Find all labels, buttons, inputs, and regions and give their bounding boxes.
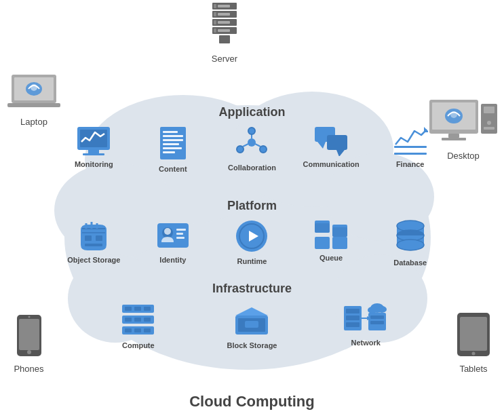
svg-rect-102 (134, 318, 141, 322)
svg-rect-71 (96, 235, 102, 241)
block-storage-label: Block Storage (227, 341, 277, 350)
database-icon (394, 219, 427, 254)
content-label: Content (159, 164, 187, 174)
main-title: Cloud Computing (0, 393, 504, 411)
collaboration-label: Collaboration (228, 163, 276, 172)
svg-rect-67 (394, 146, 427, 148)
communication-icon (313, 126, 349, 156)
network-item: Network (338, 302, 393, 350)
svg-rect-36 (19, 319, 39, 350)
communication-item: Communication (304, 126, 358, 174)
identity-item: Identity (146, 219, 200, 267)
runtime-label: Runtime (237, 256, 267, 266)
svg-rect-12 (214, 12, 216, 16)
platform-row: Object Storage Identity Runtime (54, 219, 450, 267)
runtime-icon (235, 219, 269, 253)
svg-rect-113 (346, 316, 360, 320)
phones-label: Phones (7, 364, 51, 374)
network-icon (343, 302, 389, 335)
object-storage-item: Object Storage (66, 219, 121, 267)
svg-rect-34 (484, 127, 495, 130)
svg-rect-65 (327, 135, 347, 150)
svg-rect-11 (214, 4, 216, 8)
identity-label: Identity (159, 255, 186, 265)
svg-rect-14 (214, 28, 216, 33)
collaboration-item: Collaboration (225, 126, 279, 174)
svg-rect-83 (315, 223, 330, 233)
compute-item: Compute (111, 302, 166, 350)
svg-rect-107 (144, 328, 151, 332)
svg-rect-112 (346, 309, 360, 313)
compute-icon (119, 302, 157, 337)
finance-icon (393, 126, 428, 156)
svg-point-95 (397, 240, 424, 250)
svg-rect-86 (315, 237, 330, 249)
identity-icon (156, 219, 190, 252)
collaboration-icon (235, 126, 269, 159)
svg-rect-72 (85, 244, 102, 246)
svg-rect-68 (394, 153, 427, 155)
svg-point-37 (27, 350, 31, 354)
svg-rect-73 (157, 223, 189, 248)
queue-label: Queue (319, 253, 343, 263)
application-label: Application (0, 105, 504, 119)
svg-rect-50 (163, 143, 179, 145)
queue-icon (313, 219, 349, 250)
svg-rect-52 (163, 151, 175, 153)
infrastructure-row: Compute Block Storage (81, 302, 423, 350)
svg-rect-85 (332, 227, 347, 237)
object-storage-icon (77, 219, 111, 252)
monitoring-icon (76, 126, 111, 156)
server-label: Server (207, 54, 242, 64)
svg-rect-114 (346, 322, 360, 327)
platform-label: Platform (0, 199, 504, 213)
svg-marker-69 (424, 127, 428, 132)
svg-rect-103 (144, 318, 151, 322)
svg-rect-48 (163, 135, 183, 137)
svg-rect-117 (370, 321, 384, 324)
svg-rect-15 (218, 5, 230, 7)
monitoring-item: Monitoring (66, 126, 121, 174)
application-row: Monitoring Content (54, 126, 450, 174)
finance-label: Finance (396, 159, 425, 169)
svg-rect-101 (125, 318, 132, 322)
svg-rect-110 (245, 321, 258, 328)
database-item: Database (383, 219, 438, 267)
svg-rect-70 (85, 235, 92, 241)
svg-rect-77 (176, 233, 183, 235)
svg-rect-19 (219, 35, 230, 43)
svg-point-53 (248, 138, 256, 147)
svg-rect-76 (176, 229, 186, 231)
server-icon (207, 1, 242, 47)
svg-point-33 (487, 121, 491, 125)
svg-point-23 (31, 84, 37, 91)
svg-rect-45 (83, 153, 104, 155)
svg-line-59 (255, 144, 260, 147)
infrastructure-label: Infrastructure (0, 282, 504, 296)
content-item: Content (146, 126, 200, 174)
phones-icon (16, 313, 43, 358)
svg-rect-16 (218, 13, 230, 16)
svg-rect-78 (176, 237, 185, 239)
svg-line-58 (243, 144, 248, 147)
svg-rect-47 (163, 131, 178, 133)
finance-item: Finance (383, 126, 438, 174)
svg-rect-116 (370, 316, 384, 319)
svg-rect-44 (88, 150, 99, 153)
svg-rect-98 (134, 307, 141, 311)
svg-point-38 (28, 316, 30, 318)
svg-rect-97 (125, 307, 132, 311)
svg-rect-51 (163, 147, 182, 149)
communication-label: Communication (303, 159, 360, 169)
compute-label: Compute (122, 341, 155, 350)
queue-item: Queue (304, 219, 358, 267)
content-icon (157, 126, 189, 161)
svg-point-75 (164, 228, 171, 235)
svg-rect-13 (214, 20, 216, 24)
svg-rect-99 (144, 307, 151, 311)
database-label: Database (393, 258, 427, 267)
svg-point-119 (368, 307, 377, 313)
svg-point-41 (472, 352, 476, 356)
network-label: Network (351, 338, 380, 347)
block-storage-item: Block Storage (225, 302, 279, 350)
